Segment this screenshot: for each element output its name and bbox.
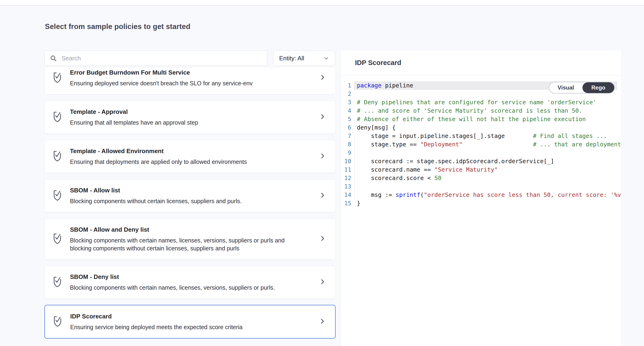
code-line[interactable]: 8 stage.type == "Deployment" # ... that … — [341, 140, 621, 149]
code-line[interactable]: 11 scorecard.name == "Service Maturity" — [341, 166, 621, 174]
top-window-strip — [0, 0, 644, 5]
line-number: 1 — [341, 81, 354, 90]
code-line-content: } — [354, 199, 621, 208]
code-line[interactable]: 4# ... and score of 'Service Maturity' s… — [341, 107, 621, 115]
line-number: 9 — [341, 149, 354, 157]
line-number: 6 — [341, 123, 354, 132]
line-number: 4 — [341, 107, 354, 115]
code-line-content: # Deny pipelines that are configured for… — [354, 98, 621, 107]
entity-filter-label: Entity: All — [279, 55, 304, 62]
policy-list: Error Budget Burndown For Multi ServiceE… — [44, 68, 336, 346]
shield-check-icon — [52, 276, 62, 289]
chevron-right-icon[interactable] — [319, 113, 326, 122]
policy-description: Blocking components with certain names, … — [70, 236, 294, 252]
policy-card-text: Error Budget Burndown For Multi ServiceE… — [70, 68, 314, 87]
policy-title: Error Budget Burndown For Multi Service — [70, 68, 314, 76]
code-line-content: scorecard.name == "Service Maturity" — [354, 166, 621, 174]
policy-detail-panel: IDP Scorecard Visual Rego 1package pipel… — [341, 50, 622, 346]
shield-check-icon — [52, 71, 62, 84]
code-line[interactable]: 3# Deny pipelines that are configured fo… — [341, 98, 621, 107]
line-number: 15 — [341, 199, 354, 208]
chevron-right-icon[interactable] — [319, 278, 326, 287]
page-title: Select from sample policies to get start… — [45, 22, 190, 31]
policy-title: SBOM - Allow list — [70, 186, 314, 194]
line-number: 3 — [341, 98, 354, 107]
indent-guide — [354, 132, 355, 199]
code-line-content: scorecard := stage.spec.idpScorecard.ord… — [354, 157, 621, 166]
detail-panel-title: IDP Scorecard — [355, 59, 401, 67]
code-line-content: stage.type == "Deployment" # ... that ar… — [354, 140, 621, 149]
code-line[interactable]: 9 — [341, 149, 621, 157]
code-editor[interactable]: Visual Rego 1package pipeline23# Deny pi… — [341, 76, 621, 208]
policy-card-text: Template - Allowed EnvironmentEnsuring t… — [70, 147, 314, 166]
policy-card[interactable]: Error Budget Burndown For Multi ServiceE… — [44, 68, 336, 94]
line-number: 2 — [341, 90, 354, 98]
line-number: 14 — [341, 191, 354, 199]
chevron-down-icon — [323, 55, 329, 61]
policy-description: Blocking components without certain lice… — [70, 197, 294, 205]
shield-check-icon — [52, 111, 62, 124]
policy-card[interactable]: SBOM - Deny listBlocking components with… — [44, 266, 336, 299]
code-line-content — [354, 149, 621, 157]
code-line-content: deny[msg] { — [354, 123, 621, 132]
policy-description: Ensuring service being deployed meets th… — [70, 323, 295, 331]
code-line-content: # Absence of either of these will not ha… — [354, 115, 621, 123]
visual-toggle-button[interactable]: Visual — [549, 82, 582, 93]
line-number: 13 — [341, 182, 354, 191]
policy-card[interactable]: IDP ScorecardEnsuring service being depl… — [44, 305, 336, 339]
chevron-right-icon[interactable] — [319, 152, 326, 161]
policy-card-text: SBOM - Allow and Deny listBlocking compo… — [70, 226, 314, 252]
policy-title: IDP Scorecard — [70, 312, 314, 320]
policy-card[interactable]: SBOM - Allow and Deny listBlocking compo… — [44, 218, 336, 260]
chevron-right-icon[interactable] — [319, 191, 326, 200]
shield-check-icon — [52, 150, 62, 163]
chevron-right-icon[interactable] — [319, 235, 326, 243]
toolbar: Entity: All — [44, 50, 336, 66]
chevron-right-icon[interactable] — [319, 317, 326, 326]
code-line[interactable]: 13 — [341, 182, 621, 191]
line-number: 8 — [341, 140, 354, 149]
policy-card-text: IDP ScorecardEnsuring service being depl… — [70, 312, 314, 331]
code-line[interactable]: 15} — [341, 199, 621, 208]
code-line-content: # ... and score of 'Service Maturity' sc… — [354, 107, 621, 115]
policy-description: Ensuring that deployments are applied on… — [70, 158, 294, 166]
shield-check-icon — [52, 315, 63, 328]
chevron-right-icon[interactable] — [319, 73, 326, 82]
policy-card-text: Template - ApprovalEnsuring that all tem… — [70, 108, 314, 126]
policy-card[interactable]: Template - Allowed EnvironmentEnsuring t… — [44, 140, 336, 173]
code-line[interactable]: 5# Absence of either of these will not h… — [341, 115, 621, 123]
policy-description: Blocking components with certain names, … — [70, 284, 294, 292]
policy-title: Template - Allowed Environment — [70, 147, 314, 155]
policy-title: SBOM - Allow and Deny list — [70, 226, 314, 234]
policy-description: Ensuring that all templates have an appr… — [70, 118, 294, 126]
entity-filter-dropdown[interactable]: Entity: All — [273, 50, 335, 66]
policy-title: SBOM - Deny list — [70, 273, 314, 281]
shield-check-icon — [52, 232, 62, 246]
line-number: 11 — [341, 166, 354, 174]
code-line[interactable]: 6deny[msg] { — [341, 123, 621, 132]
code-line[interactable]: 12 scorecard.score < 50 — [341, 174, 621, 182]
search-icon — [50, 55, 57, 62]
search-input[interactable] — [61, 54, 262, 62]
policy-card-text: SBOM - Allow listBlocking components wit… — [70, 186, 314, 205]
line-number: 10 — [341, 157, 354, 166]
detail-header: IDP Scorecard — [341, 50, 621, 76]
code-line-content: scorecard.score < 50 — [354, 174, 621, 182]
code-line-content: stage = input.pipeline.stages[_].stage #… — [354, 132, 621, 140]
code-line[interactable]: 14 msg := sprintf("orderService has scor… — [341, 191, 621, 199]
search-box[interactable] — [44, 50, 267, 66]
policy-title: Template - Approval — [70, 108, 314, 116]
visual-rego-toggle: Visual Rego — [549, 82, 615, 93]
policy-card-text: SBOM - Deny listBlocking components with… — [70, 273, 314, 292]
policy-description: Ensuring deployed service doesn't breach… — [70, 79, 294, 87]
shield-check-icon — [52, 189, 62, 202]
code-line-content: msg := sprintf("orderService has score l… — [354, 191, 621, 199]
rego-toggle-button[interactable]: Rego — [582, 82, 614, 93]
code-line-content — [354, 182, 621, 191]
line-number: 12 — [341, 174, 354, 182]
policy-card[interactable]: SBOM - Allow listBlocking components wit… — [44, 179, 336, 212]
code-line[interactable]: 7 stage = input.pipeline.stages[_].stage… — [341, 132, 621, 140]
code-line[interactable]: 10 scorecard := stage.spec.idpScorecard.… — [341, 157, 621, 166]
policy-card[interactable]: Template - ApprovalEnsuring that all tem… — [44, 100, 336, 134]
line-number: 5 — [341, 115, 354, 123]
